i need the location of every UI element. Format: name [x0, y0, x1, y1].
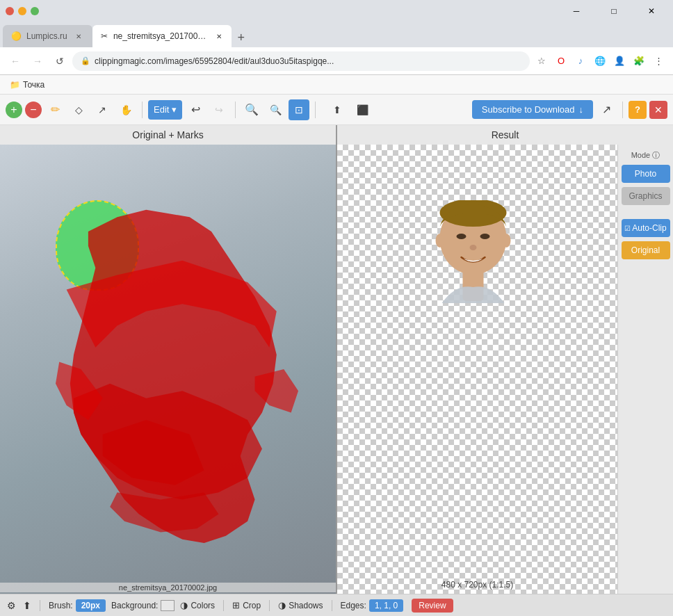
subscribe-button[interactable]: Subscribe to Download ↓: [472, 100, 593, 119]
hand-tool-button[interactable]: ✋: [115, 99, 136, 120]
tab-favicon-cm: ✂: [101, 31, 108, 41]
square-tool[interactable]: ⬛: [352, 99, 373, 120]
marker-tool-button[interactable]: ✏: [44, 99, 65, 120]
right-sidebar: Mode ⓘ Photo Graphics ☑ Auto-Clip Origin…: [617, 145, 673, 594]
svg-point-3: [480, 234, 489, 239]
up-arrow-tool[interactable]: ⬆: [327, 99, 348, 120]
share-result-button[interactable]: ↗: [596, 99, 617, 120]
tab-bar: 🟡 Lumpics.ru ✕ ✂ ne_stremitsya_20170002.…: [0, 22, 673, 47]
undo-button[interactable]: ↩: [185, 99, 206, 120]
status-sep-1: [40, 600, 40, 611]
back-button[interactable]: ←: [6, 51, 25, 71]
remove-tool-button[interactable]: −: [25, 102, 42, 118]
restore-btn[interactable]: □: [598, 0, 630, 22]
brush-item: Brush: 20px: [49, 599, 106, 612]
settings-icon[interactable]: ⚙: [7, 600, 16, 611]
profile-icon[interactable]: 👤: [610, 52, 629, 70]
dropdown-arrow-icon: ▾: [172, 104, 177, 115]
crop-item[interactable]: ⊞ Crop: [232, 600, 261, 610]
forward-button[interactable]: →: [28, 51, 47, 71]
edit-dropdown-button[interactable]: Edit ▾: [148, 100, 182, 120]
background-color-swatch[interactable]: [161, 600, 175, 611]
fit-button[interactable]: ⊡: [289, 99, 309, 120]
status-sep-2: [223, 600, 224, 611]
help-button[interactable]: ?: [629, 101, 647, 119]
toolbar-sep-2: [235, 102, 236, 118]
result-canvas[interactable]: 480 x 720px (1:1.5): [337, 145, 617, 594]
mode-label: Mode ⓘ: [631, 150, 660, 161]
image-filename: ne_stremitsya_20170002.jpg: [0, 583, 336, 592]
minimize-window-btn[interactable]: [18, 7, 26, 15]
close-editor-button[interactable]: ✕: [649, 101, 667, 119]
background-label: Background:: [111, 601, 158, 610]
brush-size-value[interactable]: 20px: [76, 599, 106, 612]
toolbar-right: Subscribe to Download ↓ ↗ ? ✕: [472, 99, 667, 120]
maximize-window-btn[interactable]: [31, 7, 39, 15]
shadows-icon: ◑: [278, 600, 286, 610]
colors-item[interactable]: ◑ Colors: [180, 600, 215, 610]
tab-close-cm[interactable]: ✕: [215, 31, 223, 42]
toolbar-sep-1: [142, 102, 143, 118]
editor-main: Original + Marks: [0, 125, 673, 594]
eraser-tool-button[interactable]: ◇: [68, 99, 89, 120]
settings-item: ⚙ ⬆: [7, 600, 31, 611]
tab-lumpics[interactable]: 🟡 Lumpics.ru ✕: [3, 25, 92, 47]
person-cutout: [428, 200, 518, 305]
green-selection-mask: [56, 200, 139, 291]
tab-close-lumpics[interactable]: ✕: [73, 31, 84, 42]
bookmark-label: Точка: [23, 80, 44, 90]
close-window-btn[interactable]: [6, 7, 14, 15]
redo-placeholder[interactable]: ↪: [209, 99, 229, 120]
url-bar[interactable]: 🔒 clippingmagic.com/images/65952804/edit…: [72, 51, 530, 71]
add-tool-button[interactable]: +: [6, 102, 22, 118]
background-item: Background:: [111, 600, 175, 611]
bookmark-tochka[interactable]: 📁 Точка: [6, 79, 49, 91]
share-icon[interactable]: ⬆: [23, 600, 31, 611]
status-sep-3: [269, 600, 270, 611]
shadows-item[interactable]: ◑ Shadows: [278, 600, 323, 610]
panel-original: Original + Marks: [0, 125, 337, 594]
lock-icon: 🔒: [81, 56, 90, 65]
globe-icon[interactable]: 🌐: [591, 52, 609, 70]
svg-point-5: [435, 234, 444, 248]
opera-icon[interactable]: O: [552, 52, 570, 70]
reload-button[interactable]: ↺: [50, 51, 70, 71]
minimize-btn[interactable]: ─: [560, 0, 592, 22]
review-button[interactable]: Review: [412, 599, 453, 613]
review-item: Review: [412, 599, 453, 613]
brush-label: Brush:: [49, 601, 73, 610]
panel-original-header: Original + Marks: [0, 125, 336, 145]
svg-point-6: [502, 234, 510, 248]
tab-title-cm: ne_stremitsya_20170002.jpg - Cli...: [113, 31, 209, 41]
svg-point-2: [456, 234, 466, 239]
music-icon[interactable]: ♪: [571, 52, 590, 70]
bookmarks-bar: 📁 Точка: [0, 75, 673, 95]
tab-favicon-lumpics: 🟡: [11, 31, 21, 41]
zoom-in-button[interactable]: 🔍: [241, 99, 262, 120]
bookmark-star-icon[interactable]: ☆: [533, 52, 551, 70]
menu-icon[interactable]: ⋮: [649, 52, 667, 70]
autoclip-button[interactable]: ☑ Auto-Clip: [622, 219, 670, 237]
zoom-out-button[interactable]: 🔍: [265, 99, 286, 120]
panel-result-content: 480 x 720px (1:1.5) Mode ⓘ Photo Graphic…: [337, 145, 673, 594]
new-tab-button[interactable]: +: [232, 28, 251, 47]
panel-original-canvas[interactable]: ne_stremitsya_20170002.jpg: [0, 145, 336, 594]
photo-mode-button[interactable]: Photo: [622, 165, 670, 183]
original-button[interactable]: Original: [622, 241, 670, 259]
autoclip-label: Auto-Clip: [632, 223, 666, 233]
panel-result: Result: [337, 125, 673, 594]
url-text: clippingmagic.com/images/65952804/edit/a…: [95, 56, 521, 66]
graphics-mode-button[interactable]: Graphics: [622, 187, 670, 205]
browser-chrome: ─ □ ✕ 🟡 Lumpics.ru ✕ ✂ ne_stremitsya_201…: [0, 0, 673, 95]
arrow-tool-button[interactable]: ↗: [92, 99, 113, 120]
crop-label: Crop: [243, 601, 261, 610]
extension-icon[interactable]: 🧩: [630, 52, 648, 70]
edges-value[interactable]: 1, 1, 0: [369, 599, 403, 612]
toolbar-sep-4: [622, 102, 623, 118]
edges-label: Edges:: [341, 601, 366, 610]
title-bar-right: ─ □ ✕: [560, 0, 667, 22]
app-content: + − ✏ ◇ ↗ ✋ Edit ▾ ↩ ↪ 🔍 🔍 ⊡ ⬆ ⬛ Subscri…: [0, 95, 673, 616]
close-btn[interactable]: ✕: [635, 0, 667, 22]
image-dimensions: 480 x 720px (1:1.5): [337, 578, 617, 591]
tab-clippingmagic[interactable]: ✂ ne_stremitsya_20170002.jpg - Cli... ✕: [92, 25, 232, 47]
